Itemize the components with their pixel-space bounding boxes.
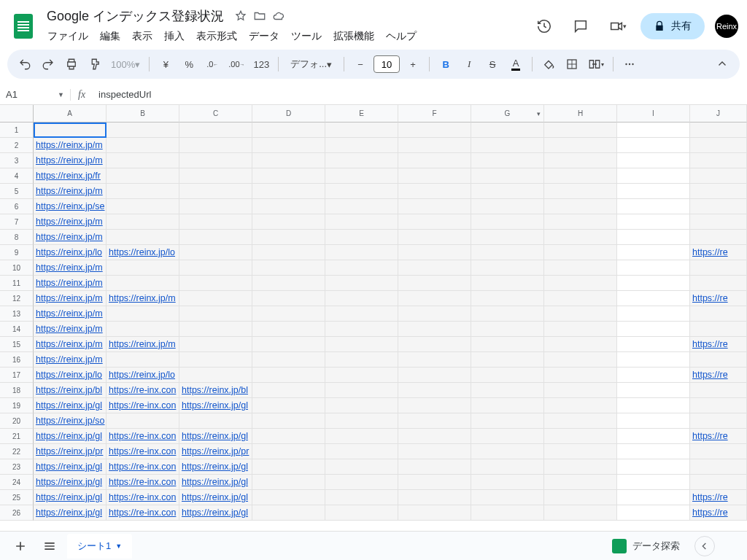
cell[interactable] bbox=[471, 490, 544, 505]
cell[interactable] bbox=[107, 306, 179, 322]
cell[interactable]: https://reinx.jp/lo bbox=[107, 368, 179, 383]
cell[interactable] bbox=[544, 230, 617, 245]
collapse-toolbar-button[interactable] bbox=[712, 54, 732, 74]
cell[interactable] bbox=[544, 413, 617, 429]
cell[interactable] bbox=[252, 306, 325, 322]
row-header[interactable]: 15 bbox=[0, 337, 34, 352]
header-cell-indexingState[interactable] bbox=[398, 122, 471, 138]
cell[interactable] bbox=[179, 138, 252, 153]
cell[interactable] bbox=[690, 383, 747, 398]
cell[interactable] bbox=[544, 138, 617, 153]
cell[interactable] bbox=[544, 260, 617, 276]
cell[interactable] bbox=[398, 276, 471, 291]
column-header-I[interactable]: I bbox=[617, 105, 690, 122]
select-all-corner[interactable] bbox=[0, 105, 34, 122]
cell[interactable]: https://re-inx.con bbox=[107, 383, 179, 398]
cell[interactable] bbox=[690, 214, 747, 230]
cell[interactable] bbox=[544, 337, 617, 352]
font-select[interactable]: デフォ... ▾ bbox=[285, 54, 338, 74]
cell[interactable] bbox=[107, 153, 179, 168]
cell[interactable] bbox=[398, 368, 471, 383]
menu-ヘルプ[interactable]: ヘルプ bbox=[381, 27, 422, 46]
cell[interactable] bbox=[471, 306, 544, 322]
cell[interactable] bbox=[544, 505, 617, 521]
cell[interactable] bbox=[690, 322, 747, 337]
header-cell-userCanonical[interactable] bbox=[179, 122, 252, 138]
cell[interactable] bbox=[471, 459, 544, 475]
cell[interactable] bbox=[544, 475, 617, 490]
cell[interactable]: https://re bbox=[690, 429, 747, 444]
cell[interactable] bbox=[325, 245, 398, 260]
merge-cells-button[interactable]: ▾ bbox=[585, 54, 607, 74]
cell[interactable] bbox=[544, 490, 617, 505]
column-header-D[interactable]: D bbox=[252, 105, 325, 122]
cell[interactable] bbox=[617, 260, 690, 276]
row-header[interactable]: 3 bbox=[0, 153, 34, 168]
italic-button[interactable]: I bbox=[459, 54, 479, 74]
menu-拡張機能[interactable]: 拡張機能 bbox=[328, 27, 379, 46]
cell[interactable] bbox=[252, 352, 325, 368]
cell[interactable] bbox=[690, 260, 747, 276]
cell[interactable] bbox=[252, 168, 325, 184]
cell[interactable]: https://reinx.jp/bl bbox=[179, 383, 252, 398]
cell[interactable] bbox=[617, 214, 690, 230]
row-header[interactable]: 10 bbox=[0, 260, 34, 276]
meet-icon[interactable]: ▾ bbox=[604, 13, 630, 39]
cell[interactable] bbox=[544, 429, 617, 444]
cell[interactable] bbox=[252, 322, 325, 337]
cloud-status-icon[interactable] bbox=[272, 9, 285, 23]
cell[interactable] bbox=[544, 444, 617, 459]
cell[interactable] bbox=[398, 398, 471, 413]
cell[interactable]: https://reinx.jp/m bbox=[34, 184, 107, 199]
cell[interactable] bbox=[544, 306, 617, 322]
cell[interactable]: https://re-inx.con bbox=[107, 475, 179, 490]
cell[interactable] bbox=[252, 505, 325, 521]
cell[interactable]: https://re-inx.con bbox=[107, 505, 179, 521]
cell[interactable]: https://reinx.jp/lo bbox=[34, 368, 107, 383]
cell[interactable] bbox=[690, 230, 747, 245]
header-cell-googleCanonical[interactable] bbox=[107, 122, 179, 138]
cell[interactable] bbox=[471, 322, 544, 337]
cell[interactable] bbox=[398, 505, 471, 521]
cell[interactable] bbox=[690, 475, 747, 490]
paint-format-button[interactable] bbox=[85, 54, 105, 74]
cell[interactable]: https://reinx.jp/lo bbox=[107, 245, 179, 260]
menu-挿入[interactable]: 挿入 bbox=[159, 27, 190, 46]
cell[interactable] bbox=[617, 490, 690, 505]
cell[interactable] bbox=[325, 475, 398, 490]
cell[interactable] bbox=[544, 199, 617, 214]
cell[interactable] bbox=[471, 505, 544, 521]
cell[interactable] bbox=[617, 337, 690, 352]
cell[interactable] bbox=[107, 214, 179, 230]
share-button[interactable]: 共有 bbox=[640, 13, 705, 39]
cell[interactable] bbox=[398, 260, 471, 276]
cell[interactable] bbox=[398, 153, 471, 168]
font-size-increase-button[interactable]: + bbox=[403, 54, 423, 74]
row-header[interactable]: 19 bbox=[0, 398, 34, 413]
cell[interactable]: https://reinx.jp/m bbox=[34, 153, 107, 168]
cell[interactable] bbox=[617, 168, 690, 184]
print-button[interactable] bbox=[61, 54, 82, 74]
header-cell-referring[interactable] bbox=[690, 122, 747, 138]
cell[interactable]: https://reinx.jp/gl bbox=[179, 398, 252, 413]
cell[interactable] bbox=[398, 184, 471, 199]
cell[interactable] bbox=[252, 291, 325, 306]
row-header[interactable]: 24 bbox=[0, 475, 34, 490]
cell[interactable] bbox=[179, 199, 252, 214]
cell[interactable]: https://re bbox=[690, 368, 747, 383]
cell[interactable] bbox=[544, 352, 617, 368]
cell[interactable] bbox=[325, 429, 398, 444]
cell[interactable] bbox=[252, 490, 325, 505]
column-header-H[interactable]: H bbox=[544, 105, 617, 122]
row-header[interactable]: 12 bbox=[0, 291, 34, 306]
cell[interactable] bbox=[471, 352, 544, 368]
header-cell-lastCrawlTime[interactable] bbox=[325, 122, 398, 138]
cell[interactable]: https://reinx.jp/gl bbox=[179, 429, 252, 444]
header-cell-inspectedUrl[interactable] bbox=[34, 122, 107, 138]
cell[interactable] bbox=[398, 214, 471, 230]
column-header-E[interactable]: E bbox=[325, 105, 398, 122]
explore-button[interactable]: データ探索 bbox=[612, 539, 680, 553]
cell[interactable] bbox=[471, 276, 544, 291]
cell[interactable] bbox=[325, 490, 398, 505]
cell[interactable] bbox=[107, 230, 179, 245]
